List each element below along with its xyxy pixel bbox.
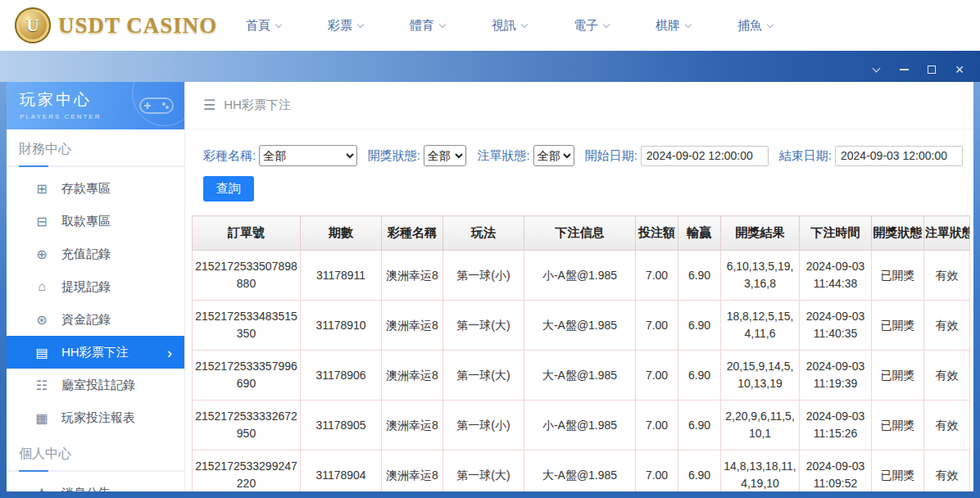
app-window: × 玩家中心 PLAYERS CENTER 財務中心 ⊞ 存款專區 [0, 51, 980, 498]
close-icon: × [955, 62, 964, 77]
nav-item-video[interactable]: 視訊 [492, 18, 527, 34]
table-row: 215217253350789888031178911澳洲幸运8第一球(小)小-… [193, 251, 970, 301]
chevron-down-icon [521, 20, 528, 27]
start-date-input[interactable] [641, 146, 769, 166]
main-nav: 首頁 彩票 體育 視訊 電子 棋牌 捕魚 [246, 18, 819, 34]
sidebar-item-withdraw-records[interactable]: ⌂ 提現記錄 [7, 270, 184, 303]
lottery-bets-icon: ▤ [34, 345, 49, 360]
window-close-button[interactable]: × [951, 61, 969, 79]
chevron-down-icon [275, 20, 282, 27]
table-cell: 2024-09-03 11:40:35 [800, 301, 872, 351]
sidebar-item-recharge-records[interactable]: ⊕ 充值記錄 [7, 238, 184, 270]
menu-icon[interactable]: ☰ [203, 97, 216, 114]
end-date-input[interactable] [835, 146, 963, 166]
sidebar-item-messages[interactable]: ♟ 消息公告 [7, 477, 184, 491]
table-cell: 大-A盤@1.985 [524, 301, 636, 351]
table-cell: 有效 [924, 401, 970, 450]
nav-item-label: 體育 [410, 18, 434, 34]
nav-item-label: 首頁 [246, 18, 270, 34]
table-cell: 2024-09-03 11:09:52 [800, 450, 872, 492]
table-cell: 6.90 [678, 450, 721, 492]
sidebar-item-hh-lottery-bets[interactable]: ▤ HH彩票下注 › [7, 336, 184, 369]
sidebar-item-label: 資金記錄 [61, 312, 111, 328]
chevron-down-icon [767, 20, 774, 27]
withdraw-icon: ⊟ [34, 214, 49, 229]
breadcrumb: ☰ HH彩票下注 [185, 82, 973, 129]
window-collapse-button[interactable] [867, 61, 885, 79]
logo-text: USDT CASINO [58, 13, 217, 38]
table-cell: 2152172533332672950 [193, 401, 301, 450]
order-status-select[interactable]: 全部 [533, 145, 574, 166]
table-cell: 31178904 [301, 450, 382, 492]
nav-item-label: 捕魚 [737, 18, 762, 34]
table-cell: 31178911 [301, 251, 382, 301]
window-minimize-button[interactable] [895, 61, 913, 79]
table-cell: 有效 [924, 450, 970, 492]
sidebar-item-deposit-zone[interactable]: ⊞ 存款專區 [7, 172, 184, 205]
chevron-down-icon [603, 20, 610, 27]
draw-status-filter-label: 開獎狀態: [368, 148, 420, 164]
sidebar-item-withdraw-zone[interactable]: ⊟ 取款專區 [7, 205, 184, 238]
table-cell: 2152172533357996690 [193, 351, 301, 401]
sidebar: 玩家中心 PLAYERS CENTER 財務中心 ⊞ 存款專區 ⊟ [7, 82, 185, 491]
sidebar-item-label: HH彩票下注 [61, 345, 129, 360]
table-cell: 18,8,12,5,15,4,11,6 [721, 301, 800, 351]
window-controls: × [867, 61, 969, 79]
sidebar-item-funds-records[interactable]: ⊛ 資金記錄 [7, 303, 184, 336]
column-header: 期數 [301, 216, 382, 251]
funds-record-icon: ⊛ [34, 312, 49, 328]
table-cell: 7.00 [636, 301, 678, 351]
nav-item-home[interactable]: 首頁 [246, 18, 281, 34]
sidebar-item-room-bet-records[interactable]: ☷ 廳室投註記錄 [7, 369, 184, 401]
sidebar-item-label: 取款專區 [61, 214, 111, 229]
draw-status-select[interactable]: 全部 [424, 145, 467, 166]
search-button[interactable]: 查詢 [203, 176, 254, 201]
sidebar-subtitle: PLAYERS CENTER [20, 113, 184, 120]
nav-item-fishing[interactable]: 捕魚 [737, 18, 773, 34]
window-maximize-button[interactable] [923, 61, 941, 79]
logo[interactable]: U USDT CASINO [15, 7, 205, 43]
column-header: 彩種名稱 [382, 216, 443, 251]
table-cell: 已開獎 [872, 301, 924, 351]
nav-item-electronic[interactable]: 電子 [574, 18, 609, 34]
column-header: 下注信息 [524, 216, 636, 251]
table-cell: 澳洲幸运8 [382, 401, 443, 450]
table-cell: 7.00 [636, 450, 678, 492]
table-cell: 2152172533507898880 [193, 251, 301, 301]
sidebar-item-label: 提現記錄 [61, 279, 111, 295]
sidebar-header: 玩家中心 PLAYERS CENTER [7, 82, 184, 129]
table-cell: 已開獎 [872, 450, 924, 492]
recharge-record-icon: ⊕ [34, 247, 49, 262]
table-row: 215217253329924722031178904澳洲幸运8第一球(大)大-… [193, 450, 970, 492]
logo-icon: U [15, 7, 51, 43]
table-cell: 小-A盤@1.985 [524, 251, 636, 301]
table-cell: 20,15,9,14,5,10,13,19 [721, 351, 800, 401]
page-title: HH彩票下注 [224, 97, 291, 113]
table-cell: 2024-09-03 11:44:38 [800, 251, 872, 301]
lottery-filter-label: 彩種名稱: [203, 148, 256, 164]
column-header: 開獎狀態 [872, 216, 924, 251]
table-row: 215217253335799669031178906澳洲幸运8第一球(大)大-… [193, 351, 970, 401]
section-divider [7, 165, 184, 167]
column-header: 玩法 [443, 216, 524, 251]
nav-item-sports[interactable]: 體育 [410, 18, 445, 34]
table-cell: 已開獎 [872, 401, 924, 450]
table-cell: 6.90 [678, 401, 721, 450]
table-cell: 2024-09-03 11:15:26 [800, 401, 872, 450]
nav-item-board-games[interactable]: 棋牌 [656, 18, 691, 34]
sidebar-item-label: 消息公告 [61, 486, 111, 492]
lottery-select[interactable]: 全部 [259, 145, 357, 166]
table-cell: 有效 [924, 351, 970, 401]
nav-item-lottery[interactable]: 彩票 [328, 18, 363, 34]
table-row: 215217253333267295031178905澳洲幸运8第一球(小)小-… [193, 401, 970, 450]
sidebar-item-player-bet-report[interactable]: ▦ 玩家投注報表 [7, 401, 184, 434]
search-row: 查詢 [185, 166, 973, 201]
table-cell: 有效 [924, 251, 970, 301]
table-cell: 6.90 [678, 301, 721, 351]
table-cell: 31178906 [301, 351, 382, 401]
table-cell: 7.00 [636, 351, 678, 401]
table-cell: 6.90 [678, 251, 721, 301]
nav-item-label: 視訊 [492, 18, 516, 34]
site-header: U USDT CASINO 首頁 彩票 體育 視訊 電子 棋牌 捕魚 [0, 0, 980, 51]
logo-monogram: U [26, 15, 39, 36]
